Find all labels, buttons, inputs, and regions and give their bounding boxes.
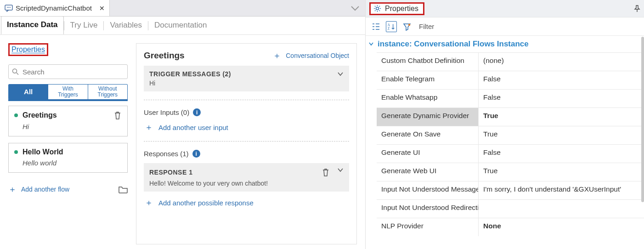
search-wrap	[8, 64, 128, 79]
properties-link[interactable]: Properties	[11, 45, 45, 53]
property-value[interactable]: (none)	[479, 53, 644, 71]
plus-icon: ＋	[273, 50, 281, 61]
subtab-try-live[interactable]: Try Live	[64, 17, 104, 34]
pin-icon[interactable]	[634, 5, 640, 12]
flows-sidebar: Properties All With Triggers Without Tri…	[8, 43, 128, 244]
svg-point-2	[8, 7, 9, 8]
divider	[144, 141, 349, 141]
add-response-button[interactable]: ＋ Add another possible response	[145, 197, 349, 208]
user-inputs-section: User Inputs (0) i	[144, 108, 349, 116]
subtab-documentation[interactable]: Documentation	[148, 17, 213, 34]
subtab-variables[interactable]: Variables	[104, 17, 148, 34]
svg-point-1	[7, 7, 8, 8]
flow-list: Greetings Hi Hello World Hello world	[8, 106, 128, 173]
chevron-down-icon[interactable]	[337, 72, 344, 76]
editor-pane: ScriptedDynamicChatbot ✕ Instance Data T…	[0, 0, 366, 249]
response-text: Hello! Welcome to your very own chatbot!	[149, 180, 344, 187]
document-tab[interactable]: ScriptedDynamicChatbot ✕	[0, 0, 110, 16]
flow-editor: Greetings ＋ Conversational Object TRIGGE…	[136, 43, 357, 244]
property-row[interactable]: Enable WhatsappFalse	[377, 89, 644, 108]
info-icon[interactable]: i	[193, 108, 201, 116]
add-flow-button[interactable]: Add another flow	[21, 186, 69, 193]
tabs-overflow-chevron[interactable]	[350, 6, 365, 11]
scrollbar[interactable]	[641, 37, 644, 202]
properties-panel-title: Properties	[385, 5, 418, 13]
property-value[interactable]: True	[479, 108, 644, 126]
gear-icon	[373, 5, 381, 12]
property-name: Generate Web UI	[377, 163, 479, 181]
property-value[interactable]: I'm sorry, I don't understand '&GXUserIn…	[479, 181, 644, 199]
property-row[interactable]: Input Not Understood MessagesI'm sorry, …	[377, 181, 644, 199]
conversational-object-label: Conversational Object	[286, 52, 349, 59]
info-icon[interactable]: i	[192, 150, 200, 158]
property-row[interactable]: Custom Chatbot Definition(none)	[377, 52, 644, 71]
property-value[interactable]	[479, 200, 644, 218]
folder-icon[interactable]	[119, 186, 128, 193]
flow-card[interactable]: Greetings Hi	[8, 106, 128, 136]
property-row[interactable]: NLP ProviderNone	[377, 218, 644, 236]
property-row[interactable]: Generate UIFalse	[377, 144, 644, 163]
plus-icon: ＋	[145, 197, 153, 208]
subtab-instance-data[interactable]: Instance Data	[1, 16, 64, 34]
status-dot-icon	[14, 113, 18, 117]
property-name: Input Not Understood Messages	[377, 181, 479, 199]
add-user-input-button[interactable]: ＋ Add another user input	[145, 122, 349, 133]
property-row[interactable]: Input Not Understood Redirection	[377, 199, 644, 218]
property-row[interactable]: Generate Web UITrue	[377, 163, 644, 181]
status-dot-icon	[14, 150, 18, 154]
property-value[interactable]: False	[479, 90, 644, 108]
property-value[interactable]: False	[479, 145, 644, 163]
flow-editor-title: Greetings	[144, 51, 185, 61]
add-response-label: Add another possible response	[158, 199, 254, 207]
properties-body: instance: Conversational Flows Instance …	[366, 36, 644, 249]
property-name: Enable Telegram	[377, 71, 479, 89]
chatbot-icon	[5, 5, 13, 12]
properties-toolbar: AZ Filter	[366, 17, 644, 36]
flow-subtitle: Hello world	[23, 159, 122, 167]
property-group-title: instance: Conversational Flows Instance	[378, 40, 529, 49]
categorize-button[interactable]	[370, 21, 381, 32]
properties-panel: Properties AZ Filter instance: Conversat…	[366, 0, 644, 249]
svg-point-4	[13, 69, 17, 73]
user-inputs-label: User Inputs (0)	[144, 108, 189, 116]
trigger-messages-block[interactable]: TRIGGER MESSAGES (2) Hi	[144, 66, 349, 91]
property-value[interactable]: True	[479, 163, 644, 181]
plus-icon: ＋	[145, 122, 153, 133]
property-group-header[interactable]: instance: Conversational Flows Instance	[366, 36, 644, 52]
property-value[interactable]: None	[479, 218, 644, 236]
sort-az-button[interactable]: AZ	[386, 21, 397, 32]
flow-subtitle: Hi	[23, 123, 122, 130]
delete-response-button[interactable]	[322, 168, 330, 177]
property-grid: Custom Chatbot Definition(none)Enable Te…	[366, 52, 644, 236]
property-name: Enable Whatsapp	[377, 90, 479, 108]
property-name: Generate Dynamic Provider	[377, 108, 479, 126]
property-value[interactable]: True	[479, 126, 644, 144]
search-icon	[12, 68, 19, 75]
flow-card[interactable]: Hello World Hello world	[8, 143, 128, 173]
response-block[interactable]: RESPONSE 1 Hello! Welcome to your very o…	[144, 163, 349, 192]
filter-funnel-button[interactable]	[401, 21, 412, 32]
filter-without-triggers[interactable]: Without Triggers	[88, 85, 127, 99]
property-row[interactable]: Generate On SaveTrue	[377, 126, 644, 144]
conversational-object-button[interactable]: ＋ Conversational Object	[273, 50, 349, 61]
search-input[interactable]	[8, 64, 128, 79]
add-user-input-label: Add another user input	[158, 124, 228, 131]
document-tabs: ScriptedDynamicChatbot ✕	[0, 0, 365, 17]
chevron-down-icon[interactable]	[337, 168, 344, 177]
property-value[interactable]: False	[479, 71, 644, 89]
svg-text:Z: Z	[388, 27, 390, 31]
response-title: RESPONSE 1	[149, 169, 192, 176]
svg-text:A: A	[388, 23, 390, 27]
trigger-filter: All With Triggers Without Triggers	[8, 84, 128, 100]
property-row[interactable]: Generate Dynamic ProviderTrue	[377, 108, 644, 126]
property-name: Generate On Save	[377, 126, 479, 144]
filter-all[interactable]: All	[9, 85, 48, 99]
filter-with-triggers[interactable]: With Triggers	[48, 85, 87, 99]
property-name: Input Not Understood Redirection	[377, 200, 479, 218]
svg-point-6	[376, 7, 379, 10]
close-tab-button[interactable]: ✕	[99, 5, 105, 12]
filter-label[interactable]: Filter	[419, 23, 434, 30]
divider	[144, 100, 349, 100]
property-row[interactable]: Enable TelegramFalse	[377, 71, 644, 89]
delete-flow-button[interactable]	[113, 111, 122, 120]
